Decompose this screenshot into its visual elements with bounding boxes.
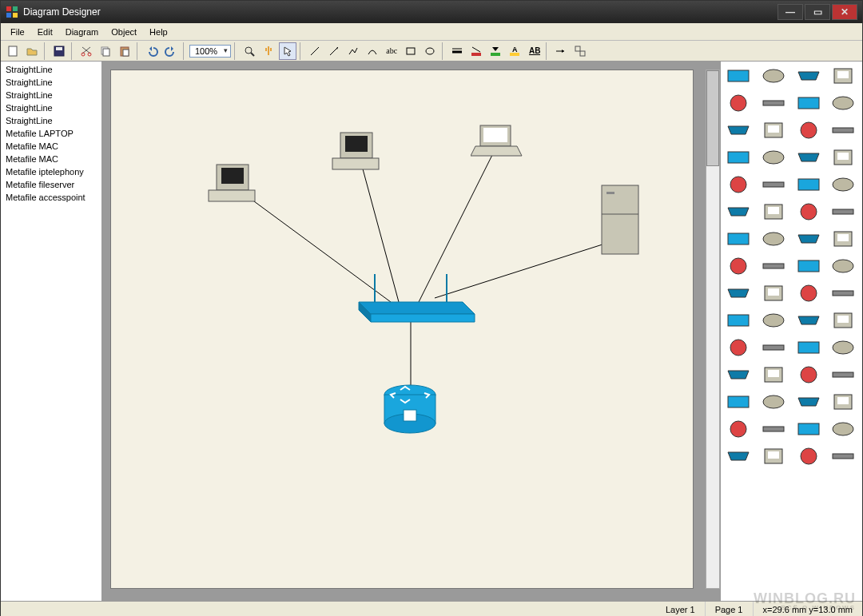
- polyline-tool[interactable]: [344, 42, 362, 60]
- stencil-item[interactable]: [794, 146, 823, 169]
- rect-tool[interactable]: [402, 42, 420, 60]
- stencil-item[interactable]: [724, 255, 753, 277]
- status-page[interactable]: Page 1: [706, 602, 754, 616]
- stencil-item[interactable]: [829, 201, 857, 223]
- stencil-item[interactable]: [829, 282, 857, 304]
- line-tool[interactable]: [306, 42, 324, 60]
- stencil-item[interactable]: [724, 418, 753, 440]
- stencil-item[interactable]: [829, 92, 857, 114]
- stencil-item[interactable]: [829, 445, 857, 467]
- list-item[interactable]: Metafile accesspoint: [1, 191, 101, 204]
- list-item[interactable]: Metafile iptelephony: [1, 165, 101, 178]
- font-button[interactable]: AB: [525, 42, 543, 60]
- stencil-item[interactable]: [759, 119, 788, 141]
- stencil-item[interactable]: [829, 119, 857, 141]
- stencil-item[interactable]: [724, 173, 753, 196]
- stencil-item[interactable]: [829, 364, 857, 386]
- stencil-item[interactable]: [759, 146, 788, 169]
- zoom-combo[interactable]: 100%: [189, 45, 231, 58]
- stencil-item[interactable]: [724, 282, 753, 304]
- stencil-item[interactable]: [794, 173, 823, 196]
- stencil-item[interactable]: [829, 173, 857, 196]
- stencil-item[interactable]: [759, 201, 788, 223]
- zoom-tool[interactable]: [241, 42, 258, 60]
- stencil-item[interactable]: [794, 445, 823, 467]
- list-item[interactable]: Metafile fileserver: [1, 178, 101, 191]
- save-button[interactable]: [50, 42, 68, 60]
- stencil-item[interactable]: [724, 364, 753, 386]
- stencil-item[interactable]: [759, 309, 788, 332]
- undo-button[interactable]: [143, 42, 161, 60]
- stencil-item[interactable]: [759, 364, 788, 386]
- stencil-item[interactable]: [759, 282, 788, 304]
- stencil-item[interactable]: [724, 146, 753, 169]
- list-item[interactable]: StraightLine: [1, 101, 101, 114]
- redo-button[interactable]: [162, 42, 180, 60]
- close-button[interactable]: ✕: [832, 4, 857, 20]
- stencil-item[interactable]: [724, 391, 753, 413]
- node-laptop[interactable]: [471, 122, 523, 164]
- stencil-item[interactable]: [829, 65, 857, 87]
- list-item[interactable]: Metafile MAC: [1, 140, 101, 153]
- stencil-item[interactable]: [759, 391, 788, 413]
- stencil-item[interactable]: [724, 92, 753, 114]
- stencil-item[interactable]: [759, 92, 788, 114]
- node-fileserver[interactable]: [599, 182, 642, 260]
- node-accesspoint[interactable]: [351, 270, 479, 328]
- stencil-item[interactable]: [829, 146, 857, 169]
- canvas-scrollbar[interactable]: [706, 70, 720, 589]
- stencil-item[interactable]: [759, 445, 788, 467]
- stencil-item[interactable]: [829, 418, 857, 440]
- stencil-item[interactable]: [724, 228, 753, 250]
- stencil-item[interactable]: [829, 391, 857, 413]
- group-button[interactable]: [571, 42, 589, 60]
- textcolor-button[interactable]: A: [506, 42, 523, 60]
- stencil-item[interactable]: [724, 65, 753, 87]
- stencil-item[interactable]: [759, 228, 788, 250]
- curve-tool[interactable]: [364, 42, 381, 60]
- arrowstyle-button[interactable]: [552, 42, 570, 60]
- stencil-item[interactable]: [794, 282, 823, 304]
- stencil-item[interactable]: [794, 364, 823, 386]
- menu-edit[interactable]: Edit: [31, 26, 59, 38]
- menu-object[interactable]: Object: [105, 26, 143, 38]
- cut-button[interactable]: [78, 42, 95, 60]
- menu-file[interactable]: File: [4, 26, 31, 38]
- linestyle-button[interactable]: [448, 42, 466, 60]
- maximize-button[interactable]: ▭: [805, 4, 830, 20]
- stencil-item[interactable]: [759, 336, 788, 359]
- linecolor-button[interactable]: [467, 42, 485, 60]
- fillcolor-button[interactable]: [487, 42, 504, 60]
- stencil-item[interactable]: [794, 92, 823, 114]
- stencil-item[interactable]: [724, 201, 753, 223]
- stencil-item[interactable]: [724, 336, 753, 359]
- stencil-item[interactable]: [724, 445, 753, 467]
- stencil-item[interactable]: [829, 309, 857, 332]
- stencil-item[interactable]: [794, 336, 823, 359]
- stencil-item[interactable]: [794, 119, 823, 141]
- node-mac-2[interactable]: [331, 126, 387, 176]
- copy-button[interactable]: [97, 42, 114, 60]
- new-button[interactable]: [4, 42, 22, 60]
- arrow-tool[interactable]: [325, 42, 343, 60]
- stencil-item[interactable]: [724, 119, 753, 141]
- text-tool[interactable]: abc: [383, 42, 400, 60]
- list-item[interactable]: StraightLine: [1, 63, 101, 76]
- menu-diagram[interactable]: Diagram: [59, 26, 105, 38]
- stencil-item[interactable]: [794, 201, 823, 223]
- select-tool[interactable]: [279, 42, 296, 60]
- stencil-item[interactable]: [829, 255, 857, 277]
- stencil-item[interactable]: [794, 228, 823, 250]
- list-item[interactable]: Metafile MAC: [1, 153, 101, 165]
- paste-button[interactable]: [116, 42, 133, 60]
- stencil-item[interactable]: [829, 228, 857, 250]
- stencil-item[interactable]: [794, 418, 823, 440]
- pan-tool[interactable]: [260, 42, 277, 60]
- ellipse-tool[interactable]: [421, 42, 439, 60]
- list-item[interactable]: StraightLine: [1, 76, 101, 89]
- status-layer[interactable]: Layer 1: [656, 602, 706, 616]
- stencil-item[interactable]: [794, 309, 823, 332]
- node-iptelephony[interactable]: [381, 382, 439, 439]
- stencil-item[interactable]: [759, 65, 788, 87]
- node-mac-1[interactable]: [207, 158, 263, 208]
